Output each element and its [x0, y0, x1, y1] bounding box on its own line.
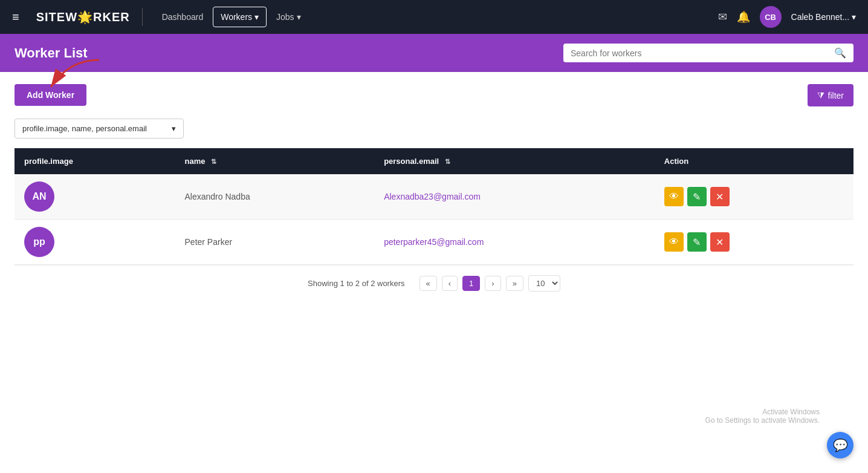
- nav-jobs-label: Jobs: [276, 12, 294, 22]
- user-name[interactable]: Caleb Bennet... ▾: [791, 12, 856, 22]
- delete-button-1[interactable]: ✕: [710, 232, 730, 252]
- hamburger-button[interactable]: ≡: [12, 10, 19, 24]
- last-page-button[interactable]: »: [506, 276, 523, 291]
- nav-right: ✉ 🔔 CB Caleb Bennet... ▾: [718, 6, 856, 28]
- name-sort-icon: ⇅: [211, 158, 216, 165]
- table-header: profile.image name ⇅ personal.email ⇅ Ac…: [15, 148, 853, 174]
- nav-workers[interactable]: Workers ▾: [213, 7, 267, 27]
- worker-name-1: Peter Parker: [185, 237, 233, 247]
- col-action: Action: [655, 148, 853, 174]
- cell-actions-0: 👁 ✎ ✕: [655, 174, 853, 220]
- pagination-row: Showing 1 to 2 of 2 workers « ‹ 1 › » 10…: [15, 265, 853, 301]
- columns-selector: profile.image, name, personal.email ▾: [15, 119, 853, 139]
- nav-jobs[interactable]: Jobs ▾: [269, 7, 308, 27]
- cell-name-1: Peter Parker: [175, 220, 375, 265]
- search-input[interactable]: [571, 48, 834, 58]
- cell-actions-1: 👁 ✎ ✕: [655, 220, 853, 265]
- chat-icon: 💬: [833, 438, 848, 452]
- table-body: AN Alexandro Nadba Alexnadba23@gmail.com…: [15, 174, 853, 265]
- delete-button-0[interactable]: ✕: [710, 187, 730, 206]
- filter-icon: ⧩: [817, 90, 824, 100]
- columns-value: profile.image, name, personal.email: [22, 124, 147, 133]
- pagination-info: Showing 1 to 2 of 2 workers: [308, 279, 404, 288]
- view-button-1[interactable]: 👁: [664, 232, 684, 252]
- action-buttons-0: 👁 ✎ ✕: [664, 187, 844, 206]
- nav-dashboard[interactable]: Dashboard: [155, 7, 211, 27]
- user-avatar: CB: [760, 6, 782, 28]
- edit-button-0[interactable]: ✎: [687, 187, 707, 206]
- cell-avatar-0: AN: [15, 174, 175, 220]
- user-chevron-icon: ▾: [852, 12, 856, 22]
- email-sort-icon: ⇅: [445, 158, 450, 165]
- nav-workers-label: Workers: [221, 12, 252, 22]
- navbar: ≡ SITEW🌟RKER Dashboard Workers ▾ Jobs ▾ …: [0, 0, 868, 34]
- bell-icon[interactable]: 🔔: [737, 10, 750, 24]
- workers-table: profile.image name ⇅ personal.email ⇅ Ac…: [15, 148, 853, 265]
- mail-icon[interactable]: ✉: [718, 10, 727, 24]
- worker-avatar-0: AN: [24, 181, 54, 212]
- table-row: pp Peter Parker peterparker45@gmail.com …: [15, 220, 853, 265]
- worker-avatar-1: pp: [24, 227, 54, 257]
- first-page-button[interactable]: «: [419, 276, 437, 291]
- main-content: Add Worker ⧩ filter profile.image, name,…: [0, 72, 868, 473]
- col-name[interactable]: name ⇅: [175, 148, 375, 174]
- prev-page-button[interactable]: ‹: [442, 276, 458, 291]
- cell-email-1: peterparker45@gmail.com: [374, 220, 655, 265]
- nav-links: Dashboard Workers ▾ Jobs ▾: [155, 7, 718, 27]
- search-box: 🔍: [563, 44, 853, 62]
- action-buttons-1: 👁 ✎ ✕: [664, 232, 844, 252]
- nav-divider: [142, 8, 143, 26]
- filter-button[interactable]: ⧩ filter: [808, 84, 853, 106]
- cell-email-0: Alexnadba23@gmail.com: [374, 174, 655, 220]
- arrow-annotation: [33, 57, 105, 95]
- search-icon: 🔍: [834, 47, 846, 59]
- table-row: AN Alexandro Nadba Alexnadba23@gmail.com…: [15, 174, 853, 220]
- jobs-chevron-icon: ▾: [297, 12, 301, 22]
- brand-name: SITEW🌟RKER: [36, 10, 130, 24]
- col-profile-image: profile.image: [15, 148, 175, 174]
- edit-button-1[interactable]: ✎: [687, 232, 707, 252]
- next-page-button[interactable]: ›: [485, 276, 500, 291]
- worker-email-1: peterparker45@gmail.com: [384, 237, 484, 247]
- workers-chevron-icon: ▾: [254, 12, 259, 22]
- chat-button[interactable]: 💬: [827, 432, 853, 458]
- toolbar: Add Worker ⧩ filter: [15, 84, 853, 106]
- col-email[interactable]: personal.email ⇅: [374, 148, 655, 174]
- view-button-0[interactable]: 👁: [664, 187, 684, 206]
- columns-dropdown[interactable]: profile.image, name, personal.email ▾: [15, 119, 184, 139]
- worker-email-0: Alexnadba23@gmail.com: [384, 192, 481, 201]
- page-1-button[interactable]: 1: [462, 276, 480, 291]
- worker-name-0: Alexandro Nadba: [185, 192, 250, 201]
- add-worker-area: Add Worker: [15, 84, 86, 106]
- cell-name-0: Alexandro Nadba: [175, 174, 375, 220]
- page-size-select[interactable]: 10 25 50: [528, 275, 560, 292]
- columns-chevron-icon: ▾: [172, 124, 176, 133]
- brand: ≡ SITEW🌟RKER: [12, 10, 130, 24]
- page-header: Worker List 🔍: [0, 34, 868, 72]
- cell-avatar-1: pp: [15, 220, 175, 265]
